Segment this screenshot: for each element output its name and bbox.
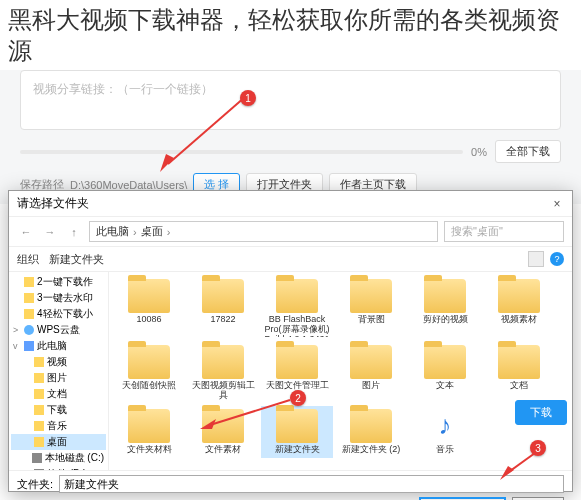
link-input[interactable]: 视频分享链接：（一行一个链接） <box>20 70 561 130</box>
folder-icon <box>350 345 392 379</box>
folder-icon <box>202 345 244 379</box>
callout-1: 1 <box>240 90 256 106</box>
breadcrumb-segment[interactable]: 此电脑 <box>96 224 129 239</box>
folder-item[interactable]: 剪好的视频 <box>409 276 481 340</box>
folder-item[interactable]: 天创随创快照 <box>113 342 185 404</box>
breadcrumb[interactable]: 此电脑 › 桌面 › <box>89 221 438 242</box>
disk-icon <box>34 469 44 470</box>
sidebar-item[interactable]: 音乐 <box>11 418 106 434</box>
folder-icon <box>34 405 44 415</box>
sidebar-item-label: 3一键去水印 <box>37 291 93 305</box>
folder-icon <box>128 279 170 313</box>
folder-item-label: 天图视频剪辑工具 <box>188 381 258 401</box>
folder-icon <box>202 279 244 313</box>
download-button[interactable]: 下载 <box>515 400 567 425</box>
view-mode-icon[interactable] <box>528 251 544 267</box>
sidebar-item[interactable]: 2一键下载作 <box>11 274 106 290</box>
folder-item-label: 视频素材 <box>501 315 537 325</box>
folder-icon <box>350 279 392 313</box>
folder-icon <box>276 345 318 379</box>
folder-item-label: 音乐 <box>436 445 454 455</box>
sidebar-item-label: 此电脑 <box>37 339 67 353</box>
folder-item[interactable]: 视频素材 <box>483 276 555 340</box>
sidebar-item[interactable]: 图片 <box>11 370 106 386</box>
folder-item[interactable]: 图片 <box>335 342 407 404</box>
upper-panel: 视频分享链接：（一行一个链接） 0% 全部下载 保存路径 D:\360MoveD… <box>0 70 581 204</box>
folder-item[interactable]: 背景图 <box>335 276 407 340</box>
organize-menu[interactable]: 组织 <box>17 252 39 267</box>
close-icon[interactable]: × <box>550 197 564 211</box>
nav-back-icon[interactable]: ← <box>17 223 35 241</box>
folder-icon <box>34 357 44 367</box>
folder-icon <box>24 277 34 287</box>
folder-icon <box>498 345 540 379</box>
filename-label: 文件夹: <box>17 477 53 492</box>
help-icon[interactable]: ? <box>550 252 564 266</box>
folder-icon <box>424 345 466 379</box>
folder-item[interactable]: 10086 <box>113 276 185 340</box>
folder-icon <box>34 437 44 447</box>
sidebar-item-label: 4轻松下载小 <box>37 307 93 321</box>
sidebar-item[interactable]: 视频 <box>11 354 106 370</box>
folder-item[interactable]: 新建文件夹 <box>261 406 333 458</box>
folder-item[interactable]: 文档 <box>483 342 555 404</box>
sidebar-item[interactable]: 下载 <box>11 402 106 418</box>
page-title: 黑科大视频下载神器，轻松获取你所需的各类视频资源 <box>0 0 581 70</box>
folder-icon <box>424 279 466 313</box>
folder-item-label: 10086 <box>136 315 161 325</box>
sidebar-item[interactable]: 4轻松下载小 <box>11 306 106 322</box>
folder-icon <box>34 421 44 431</box>
folder-content: 1008617822BB FlashBack Pro(屏幕录像机) Build … <box>109 272 572 470</box>
dialog-title: 请选择文件夹 <box>17 195 89 212</box>
sidebar-item-label: 2一键下载作 <box>37 275 93 289</box>
download-all-button[interactable]: 全部下载 <box>495 140 561 163</box>
folder-item-label: 图片 <box>362 381 380 391</box>
folder-item-label: 背景图 <box>358 315 385 325</box>
nav-forward-icon[interactable]: → <box>41 223 59 241</box>
folder-item[interactable]: 文件素材 <box>187 406 259 458</box>
new-folder-button[interactable]: 新建文件夹 <box>49 252 104 267</box>
chevron-right-icon: › <box>133 226 137 238</box>
pc-icon <box>24 341 34 351</box>
sidebar-item[interactable]: 3一键去水印 <box>11 290 106 306</box>
search-input[interactable]: 搜索"桌面" <box>444 221 564 242</box>
folder-item[interactable]: BB FlashBack Pro(屏幕录像机) Build 4.0.1.2421… <box>261 276 333 340</box>
sidebar-item-label: 文档 <box>47 387 67 401</box>
sidebar-item-label: 本地磁盘 (C:) <box>45 451 104 465</box>
folder-item[interactable]: 新建文件夹 (2) <box>335 406 407 458</box>
progress-bar <box>20 150 463 154</box>
folder-icon <box>34 389 44 399</box>
folder-icon <box>276 279 318 313</box>
sidebar-item-label: 视频 <box>47 355 67 369</box>
sidebar-item-label: WPS云盘 <box>37 323 80 337</box>
folder-item[interactable]: 天图视频剪辑工具 <box>187 342 259 404</box>
sidebar-item[interactable]: >WPS云盘 <box>11 322 106 338</box>
sidebar-item[interactable]: 软件 (D:) <box>11 466 106 470</box>
sidebar-item[interactable]: v此电脑 <box>11 338 106 354</box>
folder-icon <box>276 409 318 443</box>
folder-item-label: 文件素材 <box>205 445 241 455</box>
chevron-right-icon: › <box>167 226 171 238</box>
folder-item[interactable]: 17822 <box>187 276 259 340</box>
sidebar-item-label: 下载 <box>47 403 67 417</box>
cloud-icon <box>24 325 34 335</box>
filename-input[interactable] <box>59 475 564 493</box>
music-icon: ♪ <box>424 409 466 443</box>
nav-up-icon[interactable]: ↑ <box>65 223 83 241</box>
sidebar-item-label: 图片 <box>47 371 67 385</box>
sidebar-item[interactable]: 文档 <box>11 386 106 402</box>
folder-item-label: BB FlashBack Pro(屏幕录像机) Build 4.0.1.2421… <box>262 315 332 337</box>
sidebar-item[interactable]: 桌面 <box>11 434 106 450</box>
breadcrumb-segment[interactable]: 桌面 <box>141 224 163 239</box>
folder-item-label: 文本 <box>436 381 454 391</box>
folder-icon <box>202 409 244 443</box>
folder-item[interactable]: 文件夹材料 <box>113 406 185 458</box>
folder-icon <box>24 309 34 319</box>
folder-item-label: 新建文件夹 (2) <box>342 445 401 455</box>
callout-3: 3 <box>530 440 546 456</box>
sidebar-item[interactable]: 本地磁盘 (C:) <box>11 450 106 466</box>
folder-item-label: 新建文件夹 <box>275 445 320 455</box>
progress-percent: 0% <box>471 146 487 158</box>
folder-item[interactable]: ♪音乐 <box>409 406 481 458</box>
folder-item[interactable]: 文本 <box>409 342 481 404</box>
